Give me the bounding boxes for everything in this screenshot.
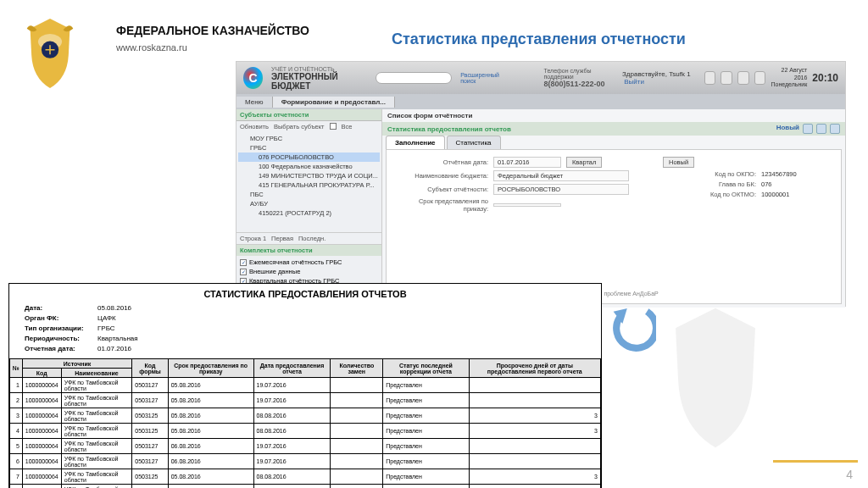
tree-item[interactable]: 4150221 (РОСТАТРУД 2) [238,208,380,218]
tree-item[interactable]: 415 ГЕНЕРАЛЬНАЯ ПРОКУРАТУРА Р... [238,180,380,190]
sidebar: Субъекты отчетности Обновить Выбрать суб… [236,109,382,308]
okpo-value: 1234567890 [761,170,797,178]
subject-tree: МОУ ГРБС ГРБС 076 РОСРЫБОЛОВСТВО 100 Фед… [236,132,381,232]
oktmo-label: Код по ОКТМО: [663,191,756,198]
tree-item[interactable]: 100 Федеральное казначейство [238,162,380,171]
list-title: Список форм отчётности [382,109,845,122]
tree-item[interactable]: 076 РОСРЫБОЛОВСТВО [238,152,380,162]
pager-info: Строка 1 [240,235,266,242]
tool-icon[interactable] [704,71,716,85]
col-name: Наименование [61,369,132,378]
all-checkbox[interactable] [330,123,337,130]
checkbox[interactable]: ✓ [240,259,247,266]
col-overdue: Просрочено дней от даты предоставления п… [469,359,600,378]
close-icon[interactable] [830,124,840,134]
chapter-value: 076 [761,180,772,188]
col-code: Код [22,369,61,378]
phone-label: Телефон службы поддержки [544,68,614,80]
subj-label: Субъект отчётности: [395,186,488,193]
table-row: 81000000064УФК по Тамбовской области0503… [10,485,601,489]
app-screenshot: С УЧЁТ И ОТЧЁТНОСТЬ ЭЛЕКТРОННЫЙ БЮДЖЕТ Р… [236,61,846,307]
report-overlay: СТАТИСТИКА ПРЕДОСТАВЛЕНИЯ ОТЧЕТОВ Дата:0… [8,283,602,488]
date-label: Отчётная дата: [395,158,488,166]
deadline-label: Срок представления по приказу: [395,197,488,213]
table-row: 71000000064УФК по Тамбовской области0503… [10,469,601,485]
new-btn[interactable]: Новый [776,124,799,134]
deadline-field[interactable] [493,203,561,207]
new-form-button[interactable]: Новый [663,157,694,168]
app-brand: ЭЛЕКТРОННЫЙ БЮДЖЕТ [271,72,367,91]
all-label: Все [342,123,353,130]
tree-item[interactable]: ГРБС [238,143,380,152]
select-subject-link[interactable]: Выбрать субъект [274,123,325,130]
header-weekday: Понедельник [771,81,807,88]
budget-label: Наименование бюджета: [395,172,488,180]
app-menu: Меню Формирование и предоставл... [236,94,845,109]
tree-item[interactable]: АУ/БУ [238,199,380,208]
pager-first[interactable]: Первая [271,235,293,242]
quarter-button[interactable]: Квартал [566,157,602,168]
refresh-link[interactable]: Обновить [240,123,269,130]
greeting: Здравствуйте, Tsufk 1 [622,70,691,78]
okpo-label: Код по ОКПО: [663,170,756,178]
report-title: СТАТИСТИКА ПРЕДОСТАВЛЕНИЯ ОТЧЕТОВ [9,284,601,302]
checkbox[interactable]: ✓ [240,269,247,275]
col-form-code: Код формы [132,359,168,378]
app-header: С УЧЁТ И ОТЧЁТНОСТЬ ЭЛЕКТРОННЫЙ БЮДЖЕТ Р… [236,62,845,94]
table-row: 31000000064УФК по Тамбовской области0503… [10,408,601,424]
chk-label: Внешние данные [249,268,300,275]
tool-icon[interactable] [721,71,732,85]
emblem-icon [17,15,83,92]
phone-number: 8(800)511-222-00 [544,80,614,88]
site-url: www.roskazna.ru [116,42,187,53]
watermark-icon [639,302,792,454]
col-deadline: Срок предоставления по приказу [168,359,253,378]
stats-bar: Статистика предоставления отчетов Новый [382,122,845,136]
table-row: 61000000064УФК по Тамбовской области0503… [10,454,601,469]
tab-fill[interactable]: Заполнение [386,136,445,149]
report-table: № Источник Код формы Срок предоставления… [9,358,601,488]
tab-stats[interactable]: Статистика [447,136,501,149]
main-pane: Список форм отчётности Статистика предос… [382,109,845,308]
tree-item[interactable]: ПБС [238,190,380,199]
budget-field[interactable]: Федеральный бюджет [493,170,629,181]
date-field[interactable]: 01.07.2016 [493,157,561,168]
table-row: 51000000064УФК по Тамбовской области0503… [10,439,601,454]
header-time: 20:10 [812,72,838,84]
table-row: 21000000064УФК по Тамбовской области0503… [10,393,601,408]
search-input[interactable] [376,72,452,84]
oktmo-value: 10000001 [761,191,789,198]
col-source: Источник [22,359,131,369]
pager-last[interactable]: Последн. [298,235,326,242]
chapter-label: Глава по БК: [663,180,756,188]
col-no: № [10,359,23,378]
tabs: Заполнение Статистика [382,136,845,149]
sidebar-section: Субъекты отчетности [236,109,381,121]
menu-item[interactable]: Формирование и предоставл... [273,97,395,108]
tree-item[interactable]: 149 МИНИСТЕРСТВО ТРУДА И СОЦИ... [238,171,380,180]
ext-search-link[interactable]: Расширенный поиск [460,72,509,84]
form-panel: Отчётная дата: 01.07.2016 Квартал Наимен… [386,149,842,304]
page-number: 4 [846,468,853,481]
tool-icon[interactable] [816,124,826,134]
sidebar-tools: Обновить Выбрать субъект Все [236,121,381,132]
table-row: 11000000064УФК по Тамбовской области0503… [10,378,601,393]
menu-item[interactable]: Меню [236,97,273,108]
header-date: 22 Август 2016 [771,67,807,81]
logout-link[interactable]: Выйти [624,78,644,86]
tool-icon[interactable] [737,71,749,85]
footer-accent [773,460,858,463]
app-logo-icon: С [243,67,263,89]
tree-item[interactable]: МОУ ГРБС [238,134,380,143]
subj-field[interactable]: РОСРЫБОЛОВСТВО [493,184,629,195]
col-submit-date: Дата предоставления отчета [253,359,331,378]
sidebar-section: Комплекты отчетности [236,245,381,256]
edit-icon[interactable] [803,124,813,134]
report-meta: Дата:05.08.2016Орган ФК:ЦАФКТип организа… [9,302,601,358]
chk-label: Ежемесячная отчётность ГРБС [249,258,342,266]
col-replacements: Количество замен [331,359,383,378]
org-name: ФЕДЕРАЛЬНОЕ КАЗНАЧЕЙСТВО [116,24,309,37]
col-status: Статус последней коррекции отчета [383,359,469,378]
slide-title: Статистика представления отчетности [392,30,686,48]
tool-icon[interactable] [754,71,766,85]
